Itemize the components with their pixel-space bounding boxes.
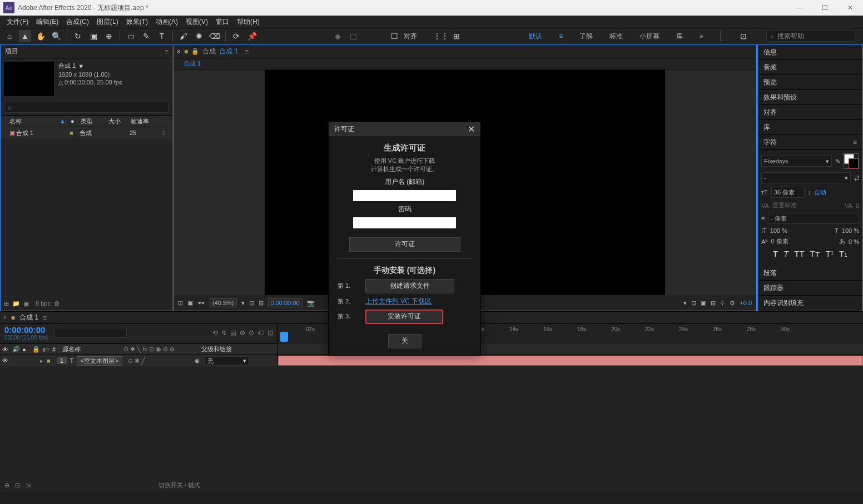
vscale-input[interactable]: 100 % (842, 227, 859, 234)
comp-tab-active[interactable]: 合成 1 (219, 47, 238, 56)
view-icon[interactable]: ⊡ (691, 300, 696, 307)
current-timecode[interactable]: 0:00:00:00 (4, 325, 48, 335)
subscript-button[interactable]: T₁ (839, 249, 847, 259)
timeline-search-input[interactable] (54, 328, 127, 338)
new-comp-icon[interactable]: ▣ (23, 300, 29, 307)
grid-icon[interactable]: ⊞ (259, 300, 264, 307)
pan-behind-tool-icon[interactable]: ⊕ (103, 30, 115, 42)
tl-footer-icon[interactable]: ⊕ (4, 482, 9, 489)
panel-preview[interactable]: 预览 (758, 75, 862, 90)
menu-composition[interactable]: 合成(C) (66, 17, 89, 27)
layer-duration-bar[interactable] (278, 356, 863, 366)
viewer-btn-icon[interactable]: ▣ (187, 300, 193, 307)
workspace-small[interactable]: 小屏幕 (639, 32, 659, 41)
panel-content-aware[interactable]: 内容识别填充 (758, 296, 862, 311)
tl-icon[interactable]: ⊙ (249, 329, 254, 337)
timeline-tab[interactable]: 合成 1 (19, 313, 38, 322)
tsume-input[interactable]: 0 % (849, 238, 859, 245)
help-search-input[interactable]: ⌕ 搜索帮助 (766, 31, 855, 42)
tl-footer-icon[interactable]: ⇲ (26, 482, 31, 489)
username-input[interactable] (353, 190, 456, 201)
workspace-library[interactable]: 库 (676, 32, 683, 41)
snapshot-icon[interactable]: 📷 (307, 300, 315, 307)
panel-library[interactable]: 库 (758, 120, 862, 135)
shape-tool-icon[interactable]: ▭ (125, 30, 137, 42)
clone-tool-icon[interactable]: ✺ (193, 30, 205, 42)
flowchart-icon[interactable]: ⊹ (159, 129, 168, 137)
allcaps-button[interactable]: TT (794, 249, 804, 259)
project-item-row[interactable]: ▣ 合成 1 ■ 合成 25 ⊹ (1, 127, 172, 138)
panel-info[interactable]: 信息 (758, 45, 862, 60)
color-swatch[interactable] (844, 153, 859, 169)
eraser-tool-icon[interactable]: ⌫ (209, 30, 221, 42)
workspace-default[interactable]: 默认 (529, 32, 542, 41)
col-type[interactable]: 类型 (78, 117, 106, 126)
brush-tool-icon[interactable]: 🖌 (177, 30, 190, 42)
tl-icon[interactable]: ↯ (221, 329, 227, 337)
workspace-menu-icon[interactable]: ≡ (559, 32, 563, 40)
color-depth[interactable]: 8 bpc (36, 300, 51, 307)
visibility-toggle[interactable]: 👁 (0, 357, 10, 364)
menu-layer[interactable]: 图层(L) (97, 17, 118, 27)
text-tool-icon[interactable]: T (156, 30, 168, 42)
leading-input[interactable]: 自动 (814, 188, 826, 197)
close-dialog-button[interactable]: 关 (388, 334, 421, 348)
parent-select[interactable]: 无▾ (205, 356, 249, 365)
menu-effect[interactable]: 效果(T) (126, 17, 148, 27)
layer-track[interactable] (278, 355, 863, 366)
col-fps[interactable]: 帧速率 (128, 117, 172, 126)
hand-tool-icon[interactable]: ✋ (34, 30, 47, 42)
maximize-button[interactable]: ☐ (812, 0, 837, 16)
close-icon[interactable]: ✕ (468, 124, 475, 134)
close-panel-icon[interactable]: × (177, 48, 181, 56)
project-tab-label[interactable]: 项目 (5, 47, 18, 56)
swap-colors-icon[interactable]: ⇄ (854, 174, 859, 182)
italic-button[interactable]: T (783, 249, 788, 259)
menu-view[interactable]: 视图(V) (186, 17, 208, 27)
font-family-select[interactable]: Fixedsys▾ (761, 156, 832, 167)
exposure-value[interactable]: +0.0 (740, 300, 752, 306)
view-icon[interactable]: ⊞ (711, 300, 716, 307)
new-folder-icon[interactable]: 📁 (12, 300, 20, 307)
orbit-tool-icon[interactable]: ↻ (72, 30, 84, 42)
install-license-button[interactable]: 安装许可证 (365, 310, 443, 324)
timeline-layer-row[interactable]: 👁 ▸ ■ 1 T <空文本图层> ⊙ ✱ ╱ ⊚ 无▾ (0, 355, 277, 366)
col-parent[interactable]: 父级和链接 (199, 345, 277, 353)
col-label[interactable]: ● (68, 118, 78, 124)
panel-character[interactable]: 字符≡ (758, 135, 862, 150)
view-icon[interactable]: ▣ (701, 300, 706, 307)
close-panel-icon[interactable]: × (3, 315, 7, 321)
puppet-tool-icon[interactable]: 📌 (246, 30, 258, 42)
panel-tracker[interactable]: 跟踪器 (758, 281, 862, 296)
workspace-learn[interactable]: 了解 (579, 32, 593, 41)
tl-footer-icon[interactable]: ⊡ (15, 482, 20, 489)
lock-icon[interactable]: 🔒 (191, 48, 199, 55)
snap-options-icon[interactable]: ⋮⋮ (435, 30, 447, 42)
dropdown-icon[interactable]: ▼ (78, 63, 84, 69)
current-time[interactable]: 0:00:00:00 (268, 298, 302, 307)
workspace-overflow-icon[interactable]: ⊡ (737, 30, 750, 42)
col-source-name[interactable]: 源名称 (60, 345, 121, 353)
menu-help[interactable]: 帮助(H) (237, 17, 260, 27)
workspace-more-icon[interactable]: » (700, 32, 703, 40)
password-input[interactable] (353, 217, 456, 228)
zoom-select[interactable]: (40.5%) (210, 298, 237, 307)
selection-tool-icon[interactable]: ▲ (19, 30, 31, 42)
viewer-btn-icon[interactable]: ⊡ (178, 300, 183, 307)
workspace-standard[interactable]: 标准 (609, 32, 623, 41)
viewer-btn-icon[interactable]: 👓 (197, 300, 205, 307)
panel-align[interactable]: 对齐 (758, 105, 862, 120)
close-button[interactable]: ✕ (837, 0, 863, 16)
menu-animation[interactable]: 动画(A) (156, 17, 178, 27)
toggle-switches-label[interactable]: 切换开关 / 模式 (158, 481, 200, 490)
tl-icon[interactable]: ⊡ (267, 329, 273, 337)
smallcaps-button[interactable]: Tᴛ (810, 249, 820, 259)
tl-icon[interactable]: 🏷 (257, 329, 264, 337)
baseline-input[interactable]: 0 像素 (771, 237, 788, 246)
upload-link[interactable]: 上传文件到 VC 下载区 (365, 297, 432, 306)
roto-tool-icon[interactable]: ⟳ (230, 30, 242, 42)
home-icon[interactable]: ⌂ (3, 30, 16, 42)
tl-icon[interactable]: ▤ (230, 329, 236, 337)
create-request-button[interactable]: 创建请求文件 (365, 279, 454, 293)
menu-window[interactable]: 窗口 (216, 17, 229, 27)
